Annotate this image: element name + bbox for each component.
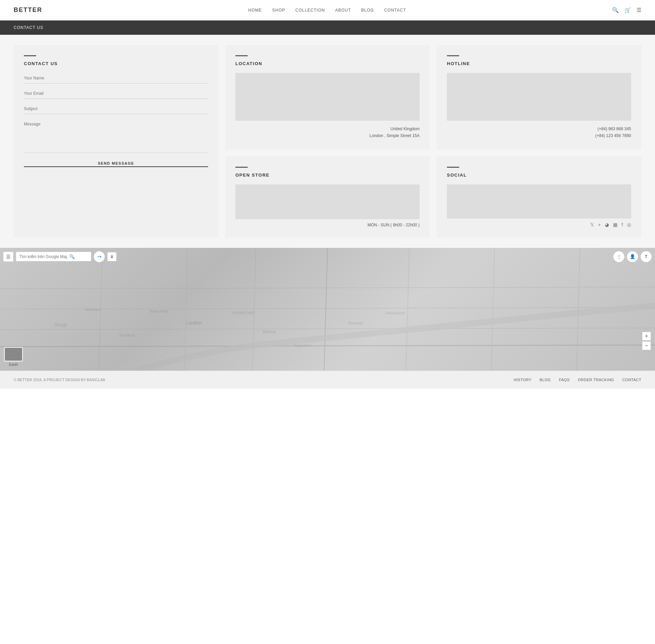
location-address: United Kingdom London , Simple Street 15… <box>235 125 420 139</box>
dribbble-icon[interactable]: ◎ <box>627 222 631 227</box>
nav-collection[interactable]: COLLECTION <box>295 8 325 13</box>
hotline-phone2: (+84) 123 456 7890 <box>447 132 631 139</box>
location-card-title: LOCATION <box>235 61 420 66</box>
nav-contact[interactable]: CONTACT <box>384 8 406 13</box>
hotline-numbers: (+84) 963 868 345 (+84) 123 456 7890 <box>447 125 631 139</box>
location-line2: London , Simple Street 15A <box>235 132 420 139</box>
card-accent <box>447 55 459 56</box>
open-store-title: OPEN STORE <box>235 173 420 178</box>
twitter-icon[interactable]: 𝕏 <box>590 222 594 227</box>
card-accent <box>235 167 248 168</box>
svg-line-2 <box>0 328 655 330</box>
contact-card: CONTACT US SEND MESSAGE <box>14 45 218 238</box>
content-grid: CONTACT US SEND MESSAGE LOCATION United … <box>14 45 641 238</box>
contact-form: SEND MESSAGE <box>24 73 208 167</box>
card-accent <box>447 167 459 168</box>
svg-text:Brentford: Brentford <box>119 333 135 337</box>
map-search-icon[interactable]: 🔍 <box>69 254 75 259</box>
map-right-icons: ⋮ 👤 T <box>613 251 652 262</box>
footer-links: HISTORY BLOG FAQS ORDER TRACKING CONTACT <box>514 378 641 382</box>
main-content: CONTACT US SEND MESSAGE LOCATION United … <box>0 35 655 248</box>
svg-text:Hornchurch: Hornchurch <box>385 311 405 315</box>
card-accent <box>24 55 36 56</box>
svg-line-7 <box>324 248 328 371</box>
map-section: London Slough Brentford STRATFORD Barkin… <box>0 248 655 371</box>
map-zoom-controls: + − <box>642 332 651 350</box>
location-line1: United Kingdom <box>235 125 420 132</box>
social-card: SOCIAL 𝕏 + ◕ ▦ f ◎ <box>437 156 641 238</box>
map-inner: London Slough Brentford STRATFORD Barkin… <box>0 248 655 371</box>
svg-text:Brent Park: Brent Park <box>150 309 168 313</box>
logo[interactable]: BETTER <box>14 6 42 14</box>
svg-text:Wembley: Wembley <box>85 308 101 312</box>
svg-text:Barking: Barking <box>263 330 275 334</box>
map-toolbar: ☰ 🔍 ➙ ⤋ ⋮ 👤 T <box>3 251 652 262</box>
card-accent <box>235 55 248 56</box>
location-card: LOCATION United Kingdom London , Simple … <box>225 45 430 150</box>
map-search-input[interactable] <box>19 254 67 259</box>
footer-link-faqs[interactable]: FAQS <box>559 378 569 382</box>
map-zoom-in-button[interactable]: + <box>642 332 651 341</box>
facebook-icon[interactable]: f <box>622 222 623 227</box>
svg-line-9 <box>491 248 495 371</box>
hotline-placeholder <box>447 73 631 121</box>
map-menu-icon[interactable]: ☰ <box>3 252 13 261</box>
nav-about[interactable]: ABOUT <box>335 8 351 13</box>
footer-link-blog[interactable]: BLOG <box>540 378 551 382</box>
message-input[interactable] <box>24 119 208 153</box>
footer-link-contact[interactable]: CONTACT <box>622 378 641 382</box>
svg-line-8 <box>406 248 409 371</box>
menu-icon[interactable]: ☰ <box>637 7 641 13</box>
svg-text:London: London <box>186 320 202 326</box>
rss-icon[interactable]: ▦ <box>613 222 617 227</box>
map-search-box: 🔍 <box>16 252 91 261</box>
social-card-title: SOCIAL <box>447 173 631 178</box>
social-icons-row: 𝕏 + ◕ ▦ f ◎ <box>447 222 631 227</box>
svg-text:Romford: Romford <box>348 321 362 325</box>
cart-icon[interactable]: 🛒 <box>624 7 631 13</box>
social-placeholder <box>447 184 631 219</box>
subject-input[interactable] <box>24 104 208 114</box>
page-title: CONTACT US <box>14 25 43 30</box>
footer-link-history[interactable]: HISTORY <box>514 378 532 382</box>
svg-text:Slough: Slough <box>55 323 67 327</box>
svg-line-3 <box>0 345 655 347</box>
name-input[interactable] <box>24 73 208 84</box>
hotline-card-title: HOTLINE <box>447 61 631 66</box>
map-grid-icon[interactable]: ⋮ <box>613 251 624 262</box>
nav-home[interactable]: HOME <box>248 8 262 13</box>
map-earth-label: Earth <box>4 347 23 366</box>
send-message-button[interactable]: SEND MESSAGE <box>24 161 208 167</box>
nav-shop[interactable]: SHOP <box>272 8 285 13</box>
svg-line-10 <box>577 248 580 371</box>
footer-link-order-tracking[interactable]: ORDER TRACKING <box>578 378 614 382</box>
nav-blog[interactable]: BLOG <box>361 8 374 13</box>
open-store-card: OPEN STORE MON - SUN ( 8h00 - 22h00 ) <box>225 156 430 238</box>
pinterest-icon[interactable]: ◕ <box>605 222 609 227</box>
email-input[interactable] <box>24 88 208 99</box>
main-nav: HOME SHOP COLLECTION ABOUT BLOG CONTACT <box>248 8 406 13</box>
header-icons: 🔍 🛒 ☰ <box>612 7 641 13</box>
map-earth-thumbnail[interactable] <box>4 347 23 361</box>
map-zoom-out-button[interactable]: − <box>642 341 651 350</box>
open-store-placeholder <box>235 184 420 219</box>
footer-copyright: © BETTER 2016. A PROJECT DESIGN BY BASIC… <box>14 378 105 382</box>
hotline-card: HOTLINE (+84) 963 868 345 (+84) 123 456 … <box>437 45 641 150</box>
svg-line-5 <box>184 248 188 371</box>
svg-text:STRATFORD: STRATFORD <box>232 311 254 315</box>
map-profile-icon[interactable]: T <box>641 251 652 262</box>
map-user-icon[interactable]: 👤 <box>627 251 638 262</box>
location-map-placeholder <box>235 73 420 121</box>
svg-line-6 <box>252 248 256 371</box>
map-directions-button[interactable]: ➙ <box>94 251 105 262</box>
hotline-phone1: (+84) 963 868 345 <box>447 125 631 132</box>
open-store-hours: MON - SUN ( 8h00 - 22h00 ) <box>235 223 420 227</box>
header: BETTER HOME SHOP COLLECTION ABOUT BLOG C… <box>0 0 655 20</box>
map-more-button[interactable]: ⤋ <box>107 252 116 261</box>
search-icon[interactable]: 🔍 <box>612 7 619 13</box>
svg-line-0 <box>0 287 655 289</box>
page-title-bar: CONTACT US <box>0 20 655 35</box>
map-roads-overlay: London Slough Brentford STRATFORD Barkin… <box>0 248 655 371</box>
google-plus-icon[interactable]: + <box>598 222 601 227</box>
earth-text: Earth <box>9 362 18 366</box>
